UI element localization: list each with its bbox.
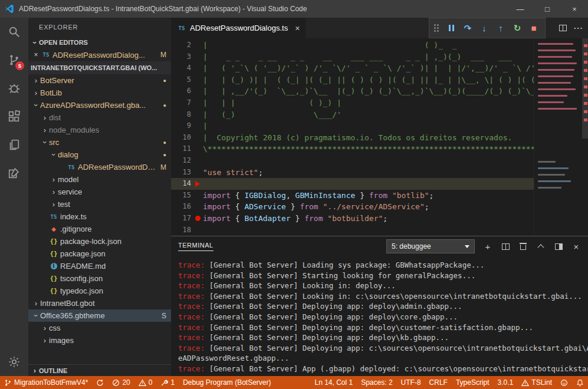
tree-item[interactable]: ›dialog● bbox=[28, 149, 171, 161]
minimap[interactable] bbox=[534, 38, 588, 236]
code-line[interactable]: 18 bbox=[171, 225, 534, 236]
tree-item[interactable]: ›◆.gitignore bbox=[28, 223, 171, 235]
terminal-output[interactable]: trace: [General Bot Server] Loading sys … bbox=[171, 256, 588, 376]
tree-item[interactable]: ›src● bbox=[28, 136, 171, 149]
tree-item[interactable]: ›{}package.json bbox=[28, 248, 171, 260]
tab-adresetpassworddialogs[interactable]: TS ADResetPasswordDialogs.ts × bbox=[171, 18, 306, 38]
status-encoding[interactable]: UTF-8 bbox=[397, 376, 425, 389]
code-line[interactable]: 12 bbox=[171, 155, 534, 167]
code-line[interactable]: 10| Copyright 2018 (c) pragmatismo.io. T… bbox=[171, 132, 534, 144]
search-icon[interactable] bbox=[0, 18, 28, 46]
new-terminal-button[interactable]: + bbox=[483, 242, 492, 251]
code-line[interactable]: 5| | (_) )| | ( (_| |( (_| || ( ) ( ) |(… bbox=[171, 74, 534, 86]
status-eol[interactable]: CRLF bbox=[425, 376, 452, 389]
tree-item[interactable]: ›model bbox=[28, 173, 171, 186]
tree-item[interactable]: ›service bbox=[28, 186, 171, 198]
editor-tools-icon[interactable] bbox=[0, 159, 28, 187]
files-icon[interactable] bbox=[0, 131, 28, 159]
status-errors[interactable]: 20 bbox=[108, 376, 134, 389]
tree-item[interactable]: ›TSADResetPasswordDial...M bbox=[28, 161, 171, 173]
maximize-button[interactable]: □ bbox=[534, 0, 561, 18]
maximize-panel-button[interactable] bbox=[536, 242, 546, 251]
source-control-icon[interactable]: 5 bbox=[0, 46, 28, 74]
tree-item[interactable]: ›css bbox=[28, 322, 171, 334]
code-line[interactable]: 16import { ADService } from "../service/… bbox=[171, 201, 534, 213]
code-line[interactable]: 2| ( )_ _ | bbox=[171, 39, 534, 51]
split-terminal-button[interactable] bbox=[501, 242, 510, 251]
open-editor-item[interactable]: × TS ADResetPasswordDialog... M bbox=[28, 48, 171, 61]
code-editor[interactable]: 2| ( )_ _ |3| _ _ _ __ _ _ __ ___ ___ _ … bbox=[171, 38, 588, 236]
tree-item[interactable]: ›AzureADPasswordReset.gba...● bbox=[28, 99, 171, 111]
status-tools[interactable]: 1 bbox=[156, 376, 179, 389]
tree-item[interactable]: ›{}tsconfig.json bbox=[28, 272, 171, 285]
status-warnings[interactable]: 0 bbox=[134, 376, 157, 389]
minimap-slider[interactable] bbox=[582, 38, 588, 139]
minimap-line bbox=[538, 82, 571, 84]
code-line[interactable]: 9| | bbox=[171, 120, 534, 132]
move-panel-button[interactable] bbox=[554, 242, 563, 251]
more-actions-button[interactable]: ··· bbox=[574, 24, 583, 32]
tree-item[interactable]: ›test bbox=[28, 198, 171, 210]
breakpoint-icon[interactable] bbox=[192, 213, 203, 225]
tree-item[interactable]: ›TSindex.ts bbox=[28, 210, 171, 223]
tree-item[interactable]: ›BotServer● bbox=[28, 74, 171, 87]
terminal-selector[interactable]: 5: debuggee bbox=[386, 239, 475, 253]
close-panel-button[interactable]: × bbox=[571, 242, 581, 251]
code-line[interactable]: 3| _ _ _ __ _ _ __ ___ ___ _ _ | ,_)(_) … bbox=[171, 51, 534, 63]
tree-item[interactable]: ›BotLib bbox=[28, 87, 171, 99]
tree-item[interactable]: ›images bbox=[28, 334, 171, 347]
step-into-button[interactable]: ↓ bbox=[477, 20, 492, 37]
status-debug-program[interactable]: Debug Program (BotServer) bbox=[179, 376, 275, 389]
settings-gear-icon[interactable] bbox=[0, 348, 28, 376]
open-editors-header[interactable]: › OPEN EDITORS bbox=[28, 37, 171, 48]
drag-handle[interactable] bbox=[434, 24, 439, 32]
tree-item[interactable]: ›{}package-lock.json bbox=[28, 235, 171, 248]
terminal-tab[interactable]: TERMINAL bbox=[178, 242, 213, 251]
code-line[interactable]: 8| (_) \___/' | bbox=[171, 109, 534, 121]
code-text: \***************************************… bbox=[203, 143, 534, 155]
extensions-icon[interactable] bbox=[0, 103, 28, 131]
close-button[interactable]: × bbox=[561, 0, 588, 18]
code-line[interactable]: 6| | ,__/'(_) `\__,_)`\__ |(_) (_) (_)`\… bbox=[171, 85, 534, 97]
debug-icon[interactable] bbox=[0, 74, 28, 103]
status-encoding-label: UTF-8 bbox=[401, 378, 421, 387]
minimize-button[interactable]: — bbox=[507, 0, 534, 18]
status-ts-version[interactable]: 3.0.1 bbox=[494, 376, 518, 389]
close-icon[interactable]: × bbox=[32, 51, 40, 59]
debug-current-line-icon[interactable] bbox=[192, 178, 203, 190]
pause-button[interactable] bbox=[444, 20, 459, 37]
tree-item[interactable]: ›Office365.gbthemeS bbox=[28, 309, 171, 322]
kill-terminal-button[interactable] bbox=[518, 242, 528, 251]
status-sync[interactable] bbox=[92, 376, 108, 389]
restart-button[interactable]: ↻ bbox=[510, 20, 525, 37]
split-editor-button[interactable] bbox=[559, 25, 567, 31]
status-tslint-label: TSLint bbox=[531, 378, 552, 387]
code-line[interactable]: 14 bbox=[171, 178, 534, 190]
step-over-button[interactable]: ↷ bbox=[460, 20, 475, 37]
status-git-branch[interactable]: MigrationToBotFmwV4* bbox=[0, 376, 92, 389]
code-line[interactable]: 11\*************************************… bbox=[171, 143, 534, 155]
status-language-mode[interactable]: TypeScript bbox=[452, 376, 494, 389]
trace-label: trace: bbox=[178, 302, 205, 311]
code-line[interactable]: 7| | | ( )_) | | bbox=[171, 97, 534, 109]
code-line[interactable]: 13"use strict"; bbox=[171, 167, 534, 179]
code-line[interactable]: 15import { IGBDialog, GBMinInstance } fr… bbox=[171, 190, 534, 202]
tree-item[interactable]: ›dist bbox=[28, 111, 171, 124]
status-tslint[interactable]: TSLint bbox=[517, 376, 556, 389]
step-out-button[interactable]: ↑ bbox=[493, 20, 508, 37]
tree-item[interactable]: ›node_modules bbox=[28, 124, 171, 136]
status-feedback[interactable] bbox=[556, 376, 572, 389]
code-area[interactable]: 2| ( )_ _ |3| _ _ _ __ _ _ __ ___ ___ _ … bbox=[171, 38, 534, 236]
status-notifications[interactable] bbox=[572, 376, 588, 389]
code-line[interactable]: 4| ( '_`\ ( '__)/'_` ) /'_ `\/' _ ` _ `\… bbox=[171, 62, 534, 74]
tree-item[interactable]: ›{}typedoc.json bbox=[28, 285, 171, 297]
code-line[interactable]: 17import { BotAdapter } from "botbuilder… bbox=[171, 213, 534, 225]
workspace-section-header[interactable]: INTRANETBOTQUICKSTART.GBAI (WO... bbox=[28, 61, 171, 74]
outline-header[interactable]: › OUTLINE bbox=[28, 364, 171, 376]
status-indentation[interactable]: Spaces: 2 bbox=[357, 376, 396, 389]
status-cursor-position[interactable]: Ln 14, Col 1 bbox=[310, 376, 357, 389]
tree-item[interactable]: ›iREADME.md bbox=[28, 260, 171, 272]
stop-button[interactable]: ■ bbox=[526, 20, 541, 37]
close-icon[interactable]: × bbox=[295, 24, 300, 33]
tree-item[interactable]: ›IntranetBot.gbot bbox=[28, 297, 171, 309]
